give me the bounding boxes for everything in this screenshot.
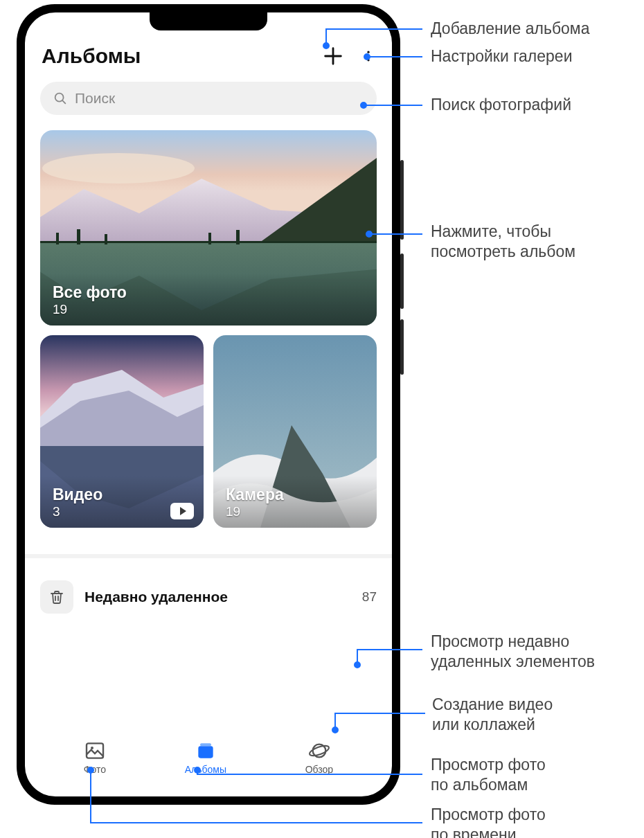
nav-label: Фото (84, 764, 106, 775)
svg-rect-11 (105, 234, 107, 244)
album-title: Все фото (53, 283, 364, 302)
album-overlay: Видео 3 (40, 476, 204, 528)
callout-search: Поиск фотографий (431, 95, 571, 115)
svg-point-0 (367, 51, 369, 53)
nav-photos[interactable]: Фото (84, 740, 106, 775)
callout-deleted: Просмотр недавно удаленных элементов (431, 632, 595, 672)
album-all-photos[interactable]: Все фото 19 (40, 130, 377, 326)
section-divider (25, 554, 392, 558)
callout-add-album: Добавление альбома (431, 19, 589, 39)
phone-side-button (400, 319, 404, 375)
svg-point-6 (42, 153, 195, 184)
albums-scroll[interactable]: Все фото 19 (25, 119, 392, 733)
page-title: Альбомы (42, 44, 141, 68)
svg-rect-17 (87, 743, 103, 758)
svg-rect-12 (208, 233, 211, 244)
more-vertical-icon (361, 44, 375, 68)
album-count: 19 (53, 302, 364, 317)
recently-deleted-count: 87 (362, 589, 377, 605)
search-bar-container: Поиск (25, 72, 392, 119)
svg-rect-19 (198, 746, 213, 758)
photo-icon (84, 740, 106, 762)
callout-by-time: Просмотр фото по времени (431, 805, 546, 838)
album-title: Видео (53, 485, 191, 504)
album-overlay: Камера 19 (213, 476, 377, 528)
svg-rect-20 (200, 743, 211, 746)
add-album-button[interactable] (321, 44, 345, 68)
svg-line-4 (62, 100, 65, 103)
phone-notch (150, 12, 267, 30)
search-icon (53, 91, 68, 106)
recently-deleted-label: Недавно удаленное (84, 589, 351, 605)
phone-frame: Альбомы (17, 4, 400, 805)
nav-discover[interactable]: Обзор (305, 740, 333, 775)
nav-albums[interactable]: Альбомы (185, 740, 226, 775)
svg-point-22 (308, 744, 330, 758)
callout-open-album: Нажмите, чтобы посмотреть альбом (431, 222, 575, 262)
screen: Альбомы (25, 12, 392, 796)
phone-side-button (400, 160, 404, 240)
nav-label: Обзор (305, 764, 333, 775)
search-placeholder: Поиск (75, 90, 115, 107)
album-camera[interactable]: Камера 19 (213, 335, 377, 528)
svg-rect-10 (77, 229, 80, 244)
callout-by-album: Просмотр фото по альбомам (431, 755, 546, 796)
planet-icon (308, 740, 330, 762)
trash-icon (40, 580, 73, 614)
album-videos[interactable]: Видео 3 (40, 335, 204, 528)
plus-icon (321, 44, 345, 68)
svg-point-2 (367, 59, 369, 61)
header-actions (321, 44, 375, 68)
search-input[interactable]: Поиск (40, 82, 377, 115)
callout-create: Создание видео или коллажей (432, 695, 553, 736)
phone-side-button (400, 253, 404, 309)
svg-point-18 (91, 747, 93, 749)
album-title: Камера (226, 485, 364, 504)
album-row: Видео 3 (40, 335, 377, 528)
svg-rect-13 (236, 230, 240, 244)
bottom-nav: Фото Альбомы Обзор (25, 733, 392, 796)
recently-deleted-row[interactable]: Недавно удаленное 87 (40, 568, 377, 626)
album-count: 19 (226, 504, 364, 519)
more-options-button[interactable] (361, 44, 375, 68)
nav-label: Альбомы (185, 764, 226, 775)
callout-settings: Настройки галереи (431, 46, 572, 66)
album-overlay: Все фото 19 (40, 274, 377, 326)
svg-rect-9 (56, 233, 59, 244)
svg-point-1 (367, 55, 369, 57)
albums-icon (195, 740, 217, 762)
video-icon (170, 503, 194, 519)
